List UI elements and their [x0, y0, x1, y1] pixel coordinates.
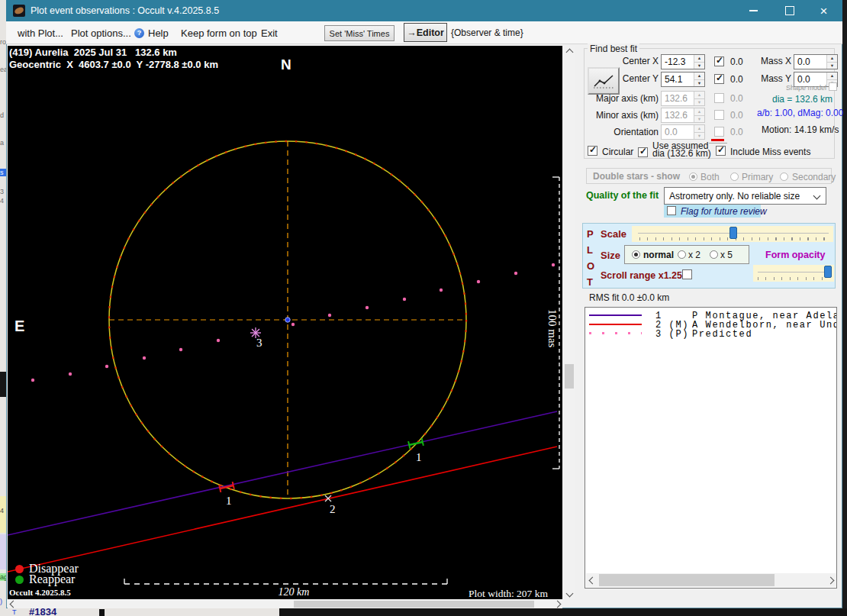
- swatch-underline: [709, 143, 727, 144]
- circular-checkbox[interactable]: [588, 146, 597, 156]
- orientation-fix-checkbox[interactable]: [714, 127, 724, 137]
- menu-keep-form-on-top[interactable]: Keep form on top: [181, 27, 257, 39]
- opacity-slider-track[interactable]: [758, 272, 829, 273]
- orientation-spinner[interactable]: 0.0: [661, 124, 705, 140]
- center-y-spinner[interactable]: 54.1: [661, 72, 705, 87]
- close-button[interactable]: ×: [807, 0, 841, 21]
- spin-down-icon[interactable]: [694, 62, 704, 69]
- list-row[interactable]: 1 P Montague, near Adelai: [585, 311, 836, 320]
- mass-y-label: Mass Y: [759, 73, 791, 84]
- major-axis-spinner[interactable]: 132.6: [661, 91, 705, 106]
- list-row[interactable]: 2 (M) A Wendelborn, near Unde: [585, 320, 836, 329]
- bottom-divider: [99, 609, 105, 616]
- editor-button[interactable]: →Editor: [404, 23, 447, 42]
- spin-up-icon[interactable]: [694, 92, 704, 98]
- minor-axis-spin-buttons[interactable]: [694, 108, 704, 122]
- radio-both[interactable]: [689, 173, 697, 181]
- edge-fragment: a: [0, 139, 6, 147]
- major-axis-value: 132.6: [665, 93, 688, 104]
- orientation-color-swatch: [711, 139, 724, 141]
- scale-slider[interactable]: [632, 226, 833, 242]
- center-x-spinner[interactable]: -12.3: [661, 54, 705, 69]
- use-assumed-checkbox[interactable]: [638, 147, 648, 157]
- edge-fragment: ): [0, 598, 6, 605]
- scroll-left-button[interactable]: [8, 600, 18, 608]
- spin-down-icon[interactable]: [694, 132, 704, 140]
- spin-down-icon[interactable]: [827, 62, 837, 69]
- observer-listbox[interactable]: 1 P Montague, near Adelai 2 (M) A Wendel…: [585, 307, 837, 589]
- scroll-up-button[interactable]: [563, 46, 575, 58]
- spin-up-icon[interactable]: [694, 55, 704, 62]
- list-hscrollbar[interactable]: [586, 573, 836, 587]
- include-miss-checkbox[interactable]: [716, 146, 726, 156]
- plot-vscrollbar[interactable]: [563, 46, 575, 599]
- form-opacity-label: Form opacity: [765, 250, 826, 260]
- flag-checkbox[interactable]: [667, 206, 676, 215]
- set-miss-times-button[interactable]: Set 'Miss' Times: [324, 25, 395, 41]
- spin-up-icon[interactable]: [827, 55, 837, 62]
- radio-secondary[interactable]: [780, 173, 788, 181]
- menu-plot-options[interactable]: Plot options...: [71, 27, 131, 39]
- spin-up-icon[interactable]: [694, 125, 704, 132]
- list-scroll-left-button[interactable]: [586, 573, 598, 587]
- size-normal-radio[interactable]: [632, 250, 640, 259]
- mass-y-value: 0.0: [797, 74, 810, 85]
- size-x2-radio[interactable]: [678, 250, 686, 259]
- edge-fragment: s: [0, 169, 6, 176]
- scroll-range-checkbox[interactable]: [682, 269, 692, 279]
- opacity-slider[interactable]: [753, 265, 834, 282]
- spin-up-icon[interactable]: [827, 73, 837, 79]
- menu-with-plot[interactable]: with Plot...: [18, 27, 63, 39]
- edge-fragment: d: [0, 111, 6, 119]
- spin-down-icon[interactable]: [694, 79, 704, 87]
- orientation-spin-buttons[interactable]: [694, 125, 704, 139]
- mass-x-spinner[interactable]: 0.0: [794, 54, 838, 69]
- center-x-fix-checkbox[interactable]: [714, 56, 724, 66]
- scroll-down-button[interactable]: [563, 587, 575, 599]
- use-assumed-line2: dia (132.6 km): [652, 150, 711, 157]
- hscroll-thumb[interactable]: [294, 601, 534, 608]
- quality-combobox[interactable]: Astrometry only. No reliable size: [664, 187, 826, 205]
- east-label: E: [14, 318, 24, 335]
- list-hscroll-thumb[interactable]: [599, 574, 775, 586]
- scroll-right-button[interactable]: [552, 600, 562, 608]
- list-scroll-right-button[interactable]: [824, 573, 836, 587]
- opacity-slider-thumb[interactable]: [824, 266, 832, 278]
- spin-up-icon[interactable]: [694, 108, 704, 115]
- major-axis-label: Major axis (km): [589, 93, 659, 104]
- spin-down-icon[interactable]: [694, 98, 704, 106]
- list-row[interactable]: 3 (P) Predicted: [585, 329, 836, 338]
- radio-primary[interactable]: [730, 173, 739, 181]
- spin-up-icon[interactable]: [694, 73, 704, 79]
- edge-fragment: [0, 496, 6, 533]
- size-x5-radio[interactable]: [710, 250, 718, 259]
- menu-exit[interactable]: Exit: [261, 27, 278, 39]
- menu-help[interactable]: Help: [148, 27, 169, 39]
- plot-letter-o: O: [587, 260, 594, 272]
- scale-slider-thumb[interactable]: [729, 227, 737, 239]
- maximize-icon: [785, 6, 794, 15]
- mass-x-spin-buttons[interactable]: [826, 55, 837, 69]
- vscroll-thumb[interactable]: [565, 364, 574, 389]
- center-y-spin-buttons[interactable]: [694, 73, 704, 86]
- major-fix-checkbox[interactable]: [714, 93, 724, 103]
- major-axis-spin-buttons[interactable]: [694, 92, 704, 105]
- minimize-button[interactable]: [736, 0, 771, 21]
- plot-canvas[interactable]: 1123 (419) Aurelia 2025 Jul 31 132.6 km …: [8, 46, 562, 599]
- shape-model-checkbox[interactable]: [829, 82, 837, 91]
- disappear-dot-icon: [15, 565, 24, 573]
- center-y-fix-checkbox[interactable]: [714, 74, 724, 84]
- maximize-button[interactable]: [772, 0, 807, 21]
- plot-hscrollbar[interactable]: [8, 600, 562, 608]
- opacity-slider-ticks: [758, 277, 829, 280]
- edge-fragment: 4: [0, 197, 6, 205]
- minor-fix-checkbox[interactable]: [714, 110, 724, 120]
- rms-fit-label: RMS fit 0.0 ±0.0 km: [589, 292, 669, 303]
- spin-down-icon[interactable]: [694, 115, 704, 123]
- minor-axis-spinner[interactable]: 132.6: [661, 108, 705, 123]
- center-x-spin-buttons[interactable]: [694, 55, 704, 69]
- quality-value: Astrometry only. No reliable size: [669, 191, 800, 202]
- scroll-range-label: Scroll range x1.25: [601, 270, 682, 281]
- edge-fragment: ro: [0, 38, 6, 46]
- radio-secondary-label: Secondary: [792, 172, 836, 182]
